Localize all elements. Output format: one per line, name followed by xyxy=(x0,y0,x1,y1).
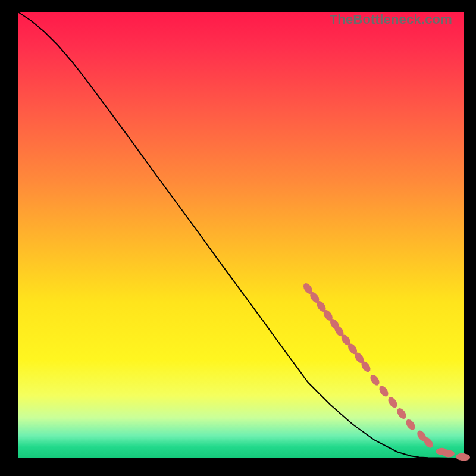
data-marker xyxy=(458,454,470,461)
data-marker xyxy=(377,384,390,398)
data-marker xyxy=(386,396,399,409)
curve-line xyxy=(18,12,464,458)
data-marker xyxy=(443,450,455,458)
data-marker xyxy=(404,418,416,431)
chart-frame: TheBottleneck.com xyxy=(0,0,476,476)
data-marker xyxy=(368,373,381,387)
data-marker xyxy=(395,406,408,420)
marker-group xyxy=(302,281,470,461)
chart-svg xyxy=(18,12,464,458)
plot-area: TheBottleneck.com xyxy=(18,12,464,458)
